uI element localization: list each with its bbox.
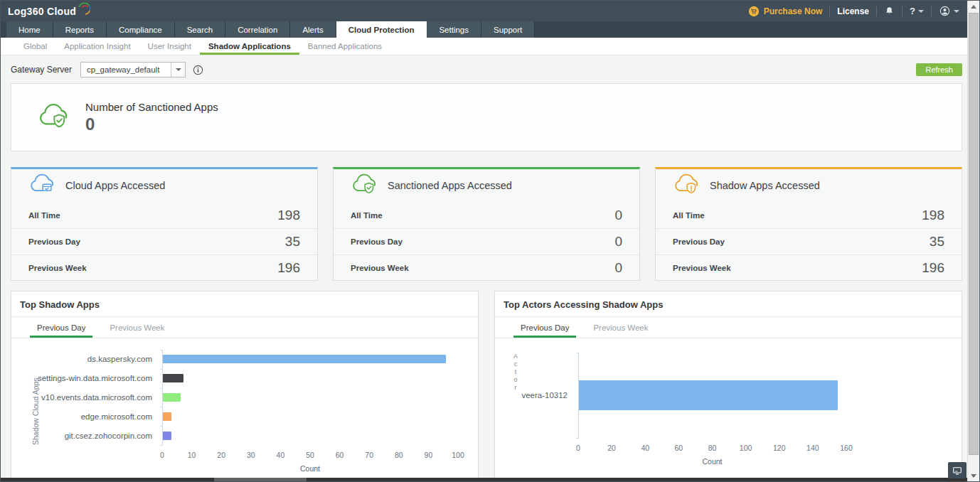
chevron-down-icon xyxy=(954,10,959,13)
x-tick-label: 0 xyxy=(576,444,580,452)
scroll-up-arrow[interactable] xyxy=(968,1,979,12)
category-label: v10.events.data.microsoft.com xyxy=(11,388,158,407)
chart-tab-previous-week[interactable]: Previous Week xyxy=(102,323,171,338)
x-tick-label: 30 xyxy=(247,451,255,459)
x-tick-label: 20 xyxy=(607,444,616,452)
top-header: Log360 Cloud Purchase Now License xyxy=(1,1,979,21)
stat-row-value: 198 xyxy=(922,208,944,223)
chevron-down-icon xyxy=(918,10,924,13)
summary-title: Number of Sanctioned Apps xyxy=(85,101,218,113)
app-logo[interactable]: Log360 Cloud xyxy=(8,6,91,17)
stat-card-title: Cloud Apps Accessed xyxy=(65,180,165,191)
cloud-window-icon xyxy=(28,173,55,198)
cloud-shield-alert-icon xyxy=(673,173,700,198)
x-tick-label: 140 xyxy=(806,444,819,452)
subnav-item-user-insight[interactable]: User Insight xyxy=(139,42,200,55)
purchase-now-label: Purchase Now xyxy=(764,6,823,16)
bar-edge-microsoft-com[interactable] xyxy=(163,412,171,421)
feedback-button[interactable] xyxy=(948,462,966,478)
bar-settings-win-data-microsoft-com[interactable] xyxy=(163,374,183,382)
category-label: edge.microsoft.com xyxy=(11,407,158,426)
chart-title: Top Actors Accessing Shadow Apps xyxy=(504,299,953,310)
y-axis-tick xyxy=(160,369,163,370)
nav-tab-settings[interactable]: Settings xyxy=(427,21,481,38)
gateway-server-value: cp_gateway_default xyxy=(87,65,159,74)
horizontal-scrollbar[interactable] xyxy=(1,478,979,481)
x-tick-label: 20 xyxy=(217,451,225,459)
x-tick-label: 90 xyxy=(425,451,433,459)
chart-tab-previous-day[interactable]: Previous Day xyxy=(513,323,576,338)
stat-row-all-time: All Time198 xyxy=(656,202,962,228)
y-axis-tick xyxy=(160,445,163,446)
stat-row-label: Previous Day xyxy=(673,237,725,246)
nav-tab-home[interactable]: Home xyxy=(6,21,53,38)
bell-icon xyxy=(884,6,895,16)
nav-tab-correlation[interactable]: Correlation xyxy=(225,21,290,38)
vertical-scrollbar-thumb[interactable] xyxy=(969,13,979,455)
notifications-bell-button[interactable] xyxy=(884,6,895,16)
category-label: settings-win.data.microsoft.com xyxy=(11,369,158,388)
bar-v10-events-data-microsoft-com[interactable] xyxy=(163,393,181,402)
bar-veera-10312[interactable] xyxy=(579,380,838,410)
purchase-now-link[interactable]: Purchase Now xyxy=(748,6,823,17)
nav-tab-support[interactable]: Support xyxy=(481,21,535,38)
x-tick-label: 100 xyxy=(452,451,464,459)
chart-tab-previous-week[interactable]: Previous Week xyxy=(586,323,655,338)
stat-row-all-time: All Time198 xyxy=(11,202,317,228)
scroll-down-arrow[interactable] xyxy=(968,470,979,481)
x-axis-ticks: 0102030405060708090100 xyxy=(162,451,458,461)
stat-cards-row: Cloud Apps AccessedAll Time198Previous D… xyxy=(11,167,962,281)
stat-row-previous-day: Previous Day35 xyxy=(11,228,317,255)
stat-row-previous-week: Previous Week196 xyxy=(11,255,317,281)
topbar-divider xyxy=(876,6,877,16)
page-content: Gateway Server cp_gateway_default Refres… xyxy=(11,60,962,482)
refresh-button[interactable]: Refresh xyxy=(916,63,962,76)
bar-git-csez-zohocorpin-com[interactable] xyxy=(163,432,171,440)
stat-row-label: All Time xyxy=(673,211,705,220)
horizontal-scrollbar-thumb[interactable] xyxy=(214,478,307,481)
nav-tab-reports[interactable]: Reports xyxy=(53,21,107,38)
subnav-item-shadow-applications[interactable]: Shadow Applications xyxy=(200,42,299,55)
cart-icon xyxy=(748,6,760,17)
x-tick-label: 40 xyxy=(277,451,285,459)
chart-card-top-actors-accessing-shadow-apps: Top Actors Accessing Shadow AppsPrevious… xyxy=(494,291,962,482)
user-menu-button[interactable] xyxy=(939,5,959,17)
stat-row-previous-day: Previous Day0 xyxy=(334,228,639,255)
gateway-server-select[interactable]: cp_gateway_default xyxy=(80,62,186,77)
sanctioned-apps-summary-card: Number of Sanctioned Apps 0 xyxy=(11,83,962,151)
x-tick-label: 100 xyxy=(740,444,752,452)
stat-row-all-time: All Time0 xyxy=(334,202,639,228)
nav-tab-cloud-protection[interactable]: Cloud Protection xyxy=(336,21,427,38)
cloud-shield-check-icon xyxy=(37,102,70,133)
chart-title: Top Shadow Apps xyxy=(20,299,469,310)
nav-tab-compliance[interactable]: Compliance xyxy=(107,21,175,38)
help-question-icon: ? xyxy=(910,6,915,16)
logo-swirl-icon xyxy=(77,1,91,16)
nav-tab-search[interactable]: Search xyxy=(175,21,225,38)
stat-row-label: All Time xyxy=(28,211,60,220)
vertical-scrollbar[interactable] xyxy=(967,1,979,481)
license-link[interactable]: License xyxy=(837,6,869,16)
subnav-item-global[interactable]: Global xyxy=(15,42,55,55)
category-label: veera-10312 xyxy=(495,353,573,438)
stat-row-previous-week: Previous Week196 xyxy=(656,255,962,281)
summary-value: 0 xyxy=(85,114,218,134)
nav-tab-alerts[interactable]: Alerts xyxy=(290,21,336,38)
stat-row-previous-week: Previous Week0 xyxy=(334,255,639,281)
bar-ds-kaspersky-com[interactable] xyxy=(163,355,446,363)
subnav-item-application-insight[interactable]: Application Insight xyxy=(55,42,139,55)
chart-tab-previous-day[interactable]: Previous Day xyxy=(30,323,92,338)
stat-card-title: Sanctioned Apps Accessed xyxy=(388,180,512,191)
y-axis-tick xyxy=(160,350,163,350)
stat-row-value: 35 xyxy=(930,234,944,250)
help-menu-button[interactable]: ? xyxy=(910,6,924,16)
log360-cloud-window: Log360 Cloud Purchase Now License xyxy=(0,0,980,482)
y-axis-tick xyxy=(576,438,579,439)
gateway-server-label: Gateway Server xyxy=(11,65,72,75)
info-icon[interactable] xyxy=(193,65,203,75)
topbar-divider xyxy=(829,6,830,16)
subnav-item-banned-applications[interactable]: Banned Applications xyxy=(299,42,390,55)
topbar-divider xyxy=(931,6,932,16)
stat-row-value: 0 xyxy=(614,208,622,223)
x-tick-label: 40 xyxy=(641,444,649,452)
